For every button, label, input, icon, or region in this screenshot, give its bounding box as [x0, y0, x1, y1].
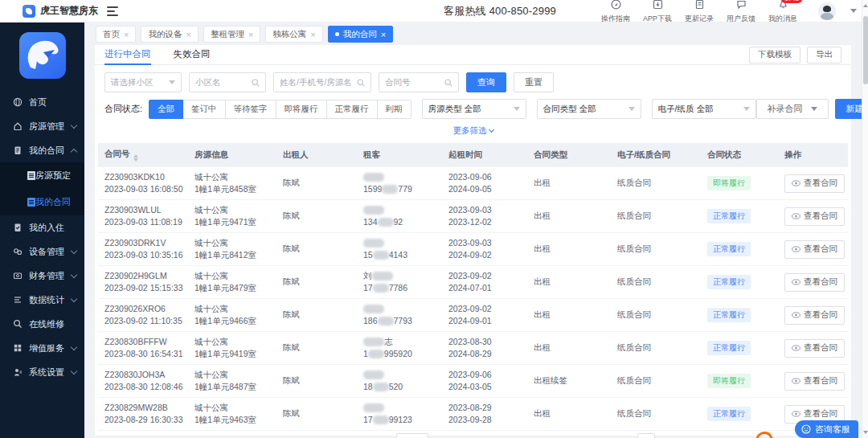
sidebar-item-device[interactable]: 设备管理	[0, 239, 84, 264]
nav-chip-item[interactable]: 首页×	[96, 26, 136, 43]
brand-name: 虎王智慧房东	[40, 4, 98, 18]
eye-icon	[792, 279, 800, 285]
hotline-text: 客服热线 400-850-2999	[444, 4, 556, 18]
keyword-input[interactable]: 姓名/手机号/房源名	[273, 72, 371, 92]
lease-dates-cell: 2023-08-292023-09-28	[442, 402, 527, 426]
tenant-cell: 志1995920	[357, 336, 442, 360]
nav-chip-item[interactable]: 我的设备×	[141, 26, 198, 43]
top-action-app-download[interactable]: APP下载	[637, 0, 678, 24]
filter-dropdown[interactable]: 电子/纸质 全部	[652, 99, 756, 119]
sidebar-item-house[interactable]: 房源管理	[0, 114, 84, 138]
view-contract-button[interactable]: 查看合同	[784, 273, 845, 292]
close-icon[interactable]: ×	[310, 30, 315, 39]
table-row: Z230830BFFFW2023-08-30 16:54:31城十公寓1幢1单元…	[98, 332, 848, 365]
sidebar-item-services[interactable]: 增值服务	[0, 336, 84, 360]
avatar[interactable]	[818, 2, 836, 20]
sidebar-item-contract[interactable]: 我的合同	[0, 138, 84, 162]
nav-chip-item[interactable]: 整租管理×	[203, 26, 260, 43]
filter-dropdown[interactable]: 合同类型 全部	[537, 99, 641, 119]
status-option-item[interactable]: 即将履行	[276, 100, 327, 119]
sidebar-subitem[interactable]: 房源预定	[0, 162, 84, 189]
sidebar-item-settings[interactable]: 系统设置	[0, 360, 84, 384]
nav-chip-item[interactable]: 独栋公寓×	[265, 26, 322, 43]
profile-chevron-down-icon[interactable]	[850, 9, 857, 13]
status-cell: 正常履行	[701, 341, 778, 355]
scroll-down-icon[interactable]	[863, 431, 868, 434]
scrollbar-thumb[interactable]	[863, 16, 868, 84]
view-contract-button[interactable]: 查看合同	[784, 372, 845, 391]
view-contract-button[interactable]: 查看合同	[784, 240, 845, 259]
community-name-input[interactable]: 小区名	[189, 72, 266, 92]
tabs-actions: 下载模板 导出	[749, 47, 841, 63]
view-contract-button[interactable]: 查看合同	[784, 339, 845, 358]
sidebar-item-home[interactable]: 首页	[0, 90, 84, 114]
services-icon	[13, 343, 23, 353]
redacted-blur	[363, 206, 384, 215]
top-action-feedback[interactable]: 用户反馈	[720, 0, 762, 24]
chevron-down-icon	[71, 296, 77, 302]
close-icon[interactable]: ×	[186, 30, 190, 39]
page-scrollbar[interactable]	[862, 0, 868, 438]
status-cell: 正常履行	[701, 308, 778, 322]
more-filters-link[interactable]: 更多筛选	[95, 119, 851, 138]
tab-active-contracts[interactable]: 进行中合同	[104, 45, 151, 65]
sidebar-item-stats[interactable]: 数据统计	[0, 288, 84, 312]
menu-fold-icon[interactable]	[107, 6, 118, 16]
column-header: 租客	[357, 149, 442, 161]
close-icon[interactable]: ×	[248, 30, 253, 39]
tab-expired-contracts[interactable]: 失效合同	[174, 45, 211, 65]
sidebar-item-finance[interactable]: 财务管理	[0, 264, 84, 288]
top-action-guide[interactable]: 操作指南	[595, 0, 637, 24]
contract-number-input[interactable]: 合同号	[379, 72, 459, 92]
redacted-blur	[363, 403, 384, 412]
redacted-blur	[372, 272, 393, 280]
table-header: 合同号房源信息出租人租客起租时间合同类型电子/纸质合同合同状态操作	[98, 143, 848, 167]
nav-chip-label: 整租管理	[211, 29, 244, 40]
chevron-down-icon	[71, 248, 77, 254]
search-button[interactable]: 查询	[466, 72, 506, 92]
column-header: 合同类型	[527, 149, 611, 161]
status-option-item[interactable]: 等待签字	[226, 100, 276, 119]
page-tabs-row: 进行中合同 失效合同 下载模板 导出	[95, 45, 851, 65]
nav-chip-active[interactable]: 我的合同×	[328, 26, 393, 43]
status-option-active[interactable]: 全部	[149, 100, 183, 119]
close-icon[interactable]: ×	[124, 30, 129, 39]
sidebar-item-checkin[interactable]: 我的入住	[0, 215, 84, 239]
community-select[interactable]: 请选择小区	[104, 72, 182, 92]
export-button[interactable]: 导出	[807, 47, 841, 63]
top-action-changelog[interactable]: 更新记录	[678, 0, 720, 24]
top-action-label: 我的消息	[768, 14, 797, 24]
supplement-contract-button[interactable]: 补录合同	[756, 99, 829, 119]
view-contract-button[interactable]: 查看合同	[784, 207, 845, 226]
view-contract-label: 查看合同	[804, 309, 837, 321]
reset-button[interactable]: 重置	[514, 72, 554, 92]
column-header[interactable]: 合同号	[98, 149, 188, 162]
tenant-cell: 1599779	[357, 171, 442, 195]
eye-icon	[792, 411, 800, 417]
download-template-button[interactable]: 下载模板	[749, 47, 800, 63]
chevron-down-icon	[71, 344, 77, 350]
view-contract-label: 查看合同	[804, 276, 837, 288]
view-contract-button[interactable]: 查看合同	[784, 306, 845, 325]
customer-service-button[interactable]: 咨询客服	[795, 420, 858, 438]
filter-dropdown[interactable]: 房源类型 全部	[422, 99, 526, 119]
sidebar-item-label: 我的合同	[29, 145, 64, 157]
chat-smile-icon	[801, 424, 811, 434]
view-contract-button[interactable]: 查看合同	[784, 174, 845, 193]
status-option-item[interactable]: 到期	[378, 100, 411, 119]
close-icon[interactable]: ×	[381, 30, 386, 39]
top-action-bell[interactable]: 我的消息1743	[762, 0, 804, 24]
status-option-item[interactable]: 正常履行	[327, 100, 378, 119]
contract-icon	[13, 145, 23, 155]
chevron-down-icon	[488, 127, 493, 133]
feedback-icon	[736, 0, 747, 13]
sidebar-subitem-active[interactable]: 我的合同	[0, 189, 84, 215]
new-e-contract-button[interactable]: 新建电子合同	[835, 99, 862, 119]
pagination-stub[interactable]	[396, 433, 428, 438]
redacted-blur	[363, 239, 384, 248]
status-option-item[interactable]: 签订中	[183, 100, 226, 119]
sort-icon[interactable]	[133, 154, 138, 162]
scroll-up-icon[interactable]	[863, 4, 868, 7]
pagination-stub[interactable]	[637, 433, 655, 438]
sidebar-item-repair[interactable]: 在线维修	[0, 312, 84, 336]
